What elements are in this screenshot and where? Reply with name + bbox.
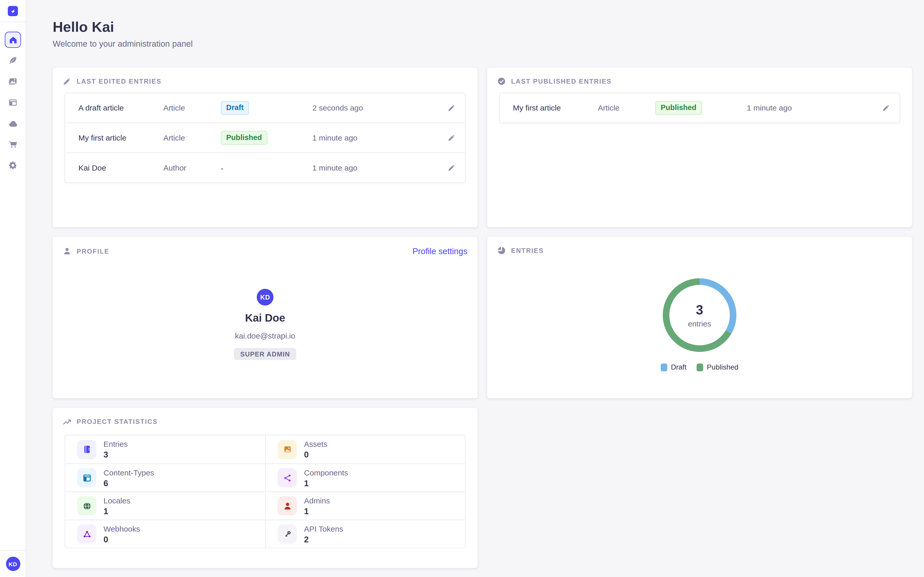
stat-label: Components: [304, 468, 348, 477]
entry-type: Article: [598, 103, 655, 112]
nodes-icon: [278, 468, 297, 487]
table-row[interactable]: My first article Article Published 1 min…: [500, 93, 900, 122]
entry-time: 1 minute ago: [312, 133, 442, 142]
book-icon: [77, 440, 97, 459]
pencil-icon: [447, 164, 456, 172]
strapi-admin-dashboard: KD Hello Kai Welcome to your administrat…: [0, 0, 924, 577]
edit-entry-button[interactable]: [442, 134, 456, 142]
sidebar-item-content-type-builder[interactable]: [5, 94, 21, 111]
user-avatar[interactable]: KD: [6, 557, 20, 571]
sidebar-brand: [0, 0, 26, 22]
last-edited-entries-card: LAST EDITED ENTRIES A draft article Arti…: [53, 68, 477, 227]
stat-label: Webhooks: [103, 524, 140, 533]
pencil-icon: [447, 104, 456, 112]
stat-label: Content-Types: [103, 468, 154, 477]
gear-icon: [8, 161, 18, 170]
sidebar-item-marketplace[interactable]: [5, 137, 21, 153]
page-subtitle: Welcome to your administration panel: [53, 39, 193, 48]
pie-chart-icon: [498, 247, 506, 255]
card-title: LAST EDITED ENTRIES: [76, 78, 162, 85]
table-row[interactable]: My first article Article Published 1 min…: [65, 122, 465, 153]
last-published-table: My first article Article Published 1 min…: [499, 93, 900, 123]
stat-value: 0: [103, 534, 140, 544]
stat-value: 0: [304, 450, 327, 459]
entry-status-cell: Published: [655, 101, 747, 115]
stat-content-types: Content-Types 6: [65, 463, 265, 492]
layout-icon: [8, 98, 18, 107]
sidebar-item-home[interactable]: [5, 32, 21, 48]
legend-label: Draft: [671, 363, 687, 371]
entry-time: 2 seconds ago: [312, 103, 442, 112]
legend-item-published: Published: [696, 363, 738, 371]
card-header: LAST PUBLISHED ENTRIES: [498, 77, 902, 85]
strapi-logo[interactable]: [8, 6, 18, 16]
stat-value: 6: [103, 478, 154, 487]
sidebar: KD: [0, 0, 26, 577]
entry-status-cell: Draft: [221, 101, 312, 115]
status-badge: Published: [221, 131, 267, 145]
stat-label: API Tokens: [304, 524, 343, 533]
edit-entry-button[interactable]: [877, 104, 890, 112]
profile-avatar: KD: [257, 289, 273, 305]
profile-email: kai.doe@strapi.io: [235, 331, 296, 340]
sidebar-item-cloud[interactable]: [5, 115, 21, 132]
table-row[interactable]: Kai Doe Author - 1 minute ago: [65, 153, 465, 182]
entry-type: Article: [163, 103, 221, 112]
entry-status-cell: -: [221, 162, 312, 173]
cloud-icon: [8, 119, 18, 128]
picture-icon: [278, 440, 297, 459]
stat-entries: Entries 3: [65, 435, 265, 463]
stat-locales: Locales 1: [65, 492, 265, 520]
entry-name: My first article: [513, 103, 598, 112]
edit-entry-button[interactable]: [442, 164, 456, 172]
stat-assets: Assets 0: [265, 435, 465, 463]
chart-legend: Draft Published: [487, 363, 912, 371]
stats-table: Entries 3 Assets: [65, 435, 465, 548]
feather-icon: [8, 56, 18, 65]
role-badge: SUPER ADMIN: [234, 348, 296, 360]
entry-type: Author: [163, 163, 221, 172]
last-published-entries-card: LAST PUBLISHED ENTRIES My first article …: [487, 68, 912, 227]
entry-name: My first article: [78, 133, 163, 142]
pencil-icon: [63, 77, 71, 85]
pencil-icon: [447, 134, 456, 142]
key-icon: [278, 524, 297, 544]
entry-time: 1 minute ago: [312, 163, 442, 172]
cart-icon: [8, 140, 18, 149]
card-header: LAST EDITED ENTRIES: [63, 77, 467, 85]
profile-name: Kai Doe: [245, 312, 285, 325]
stat-api-tokens: API Tokens 2: [265, 519, 465, 548]
stat-value: 2: [304, 534, 343, 544]
sidebar-item-content-manager[interactable]: [5, 53, 21, 69]
status-badge: Published: [655, 101, 702, 115]
entry-status-cell: Published: [221, 131, 312, 145]
legend-item-draft: Draft: [661, 363, 687, 371]
globe-icon: [77, 496, 97, 516]
webhook-icon: [77, 524, 97, 544]
trend-up-icon: [63, 417, 71, 426]
published-swatch: [696, 363, 703, 371]
sidebar-item-media-library[interactable]: [5, 74, 21, 90]
stat-components: Components 1: [265, 463, 465, 492]
entry-time: 1 minute ago: [747, 103, 877, 112]
stat-webhooks: Webhooks 0: [65, 519, 265, 548]
stat-label: Locales: [103, 496, 130, 505]
home-icon: [9, 35, 17, 44]
check-circle-icon: [498, 77, 506, 85]
stat-value: 1: [304, 478, 348, 487]
stat-label: Entries: [103, 440, 128, 448]
card-header: ENTRIES: [498, 247, 902, 255]
sidebar-item-settings[interactable]: [5, 157, 21, 173]
stat-value: 1: [103, 506, 130, 516]
legend-label: Published: [707, 363, 738, 371]
page-title: Hello Kai: [53, 18, 114, 35]
entry-name: A draft article: [78, 103, 163, 112]
card-title: PROJECT STATISTICS: [76, 418, 158, 425]
stat-label: Admins: [304, 496, 330, 505]
entry-name: Kai Doe: [78, 163, 163, 172]
table-row[interactable]: A draft article Article Draft 2 seconds …: [65, 93, 465, 122]
last-edited-table: A draft article Article Draft 2 seconds …: [65, 93, 465, 183]
edit-entry-button[interactable]: [442, 104, 456, 112]
profile-body: KD Kai Doe kai.doe@strapi.io SUPER ADMIN: [53, 237, 477, 398]
status-empty: -: [221, 164, 223, 172]
